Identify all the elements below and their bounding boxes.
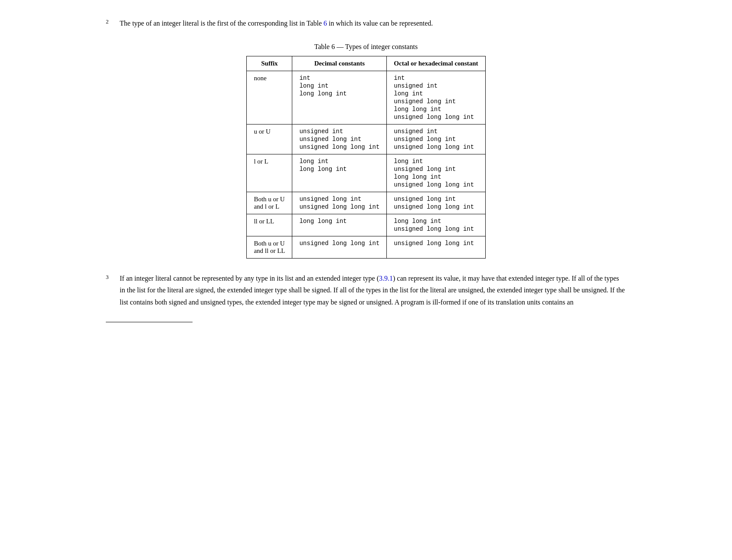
table-row: l or L long int long long int long int u… (247, 154, 485, 192)
footnote-3-text-before: If an integer literal cannot be represen… (120, 275, 379, 282)
table-caption: Table 6 — Types of integer constants (106, 43, 626, 51)
header-decimal: Decimal constants (292, 56, 387, 71)
footnote-3-text: If an integer literal cannot be represen… (120, 272, 626, 308)
decimal-none: int long int long long int (292, 71, 387, 124)
suffix-ll: ll or LL (247, 214, 292, 236)
octalhex-u: unsigned int unsigned long int unsigned … (387, 124, 485, 154)
suffix-ull: Both u or Uand ll or LL (247, 236, 292, 259)
octalhex-none: int unsigned int long int unsigned long … (387, 71, 485, 124)
table-6-link[interactable]: 6 (324, 20, 327, 27)
suffix-l: l or L (247, 154, 292, 192)
page-content: 2 The type of an integer literal is the … (106, 17, 626, 322)
table-row: ll or LL long long int long long int uns… (247, 214, 485, 236)
header-octal-hex: Octal or hexadecimal constant (387, 56, 485, 71)
table-header-row: Suffix Decimal constants Octal or hexade… (247, 56, 485, 71)
octalhex-l: long int unsigned long int long long int… (387, 154, 485, 192)
decimal-u: unsigned int unsigned long int unsigned … (292, 124, 387, 154)
footnote-2-text-before: The type of an integer literal is the fi… (120, 20, 324, 27)
octalhex-ul: unsigned long int unsigned long long int (387, 192, 485, 214)
footnote-2-number: 2 (106, 17, 113, 29)
header-suffix: Suffix (247, 56, 292, 71)
footnote-3-section: 3 If an integer literal cannot be repres… (106, 272, 626, 308)
table-row: Both u or Uand l or L unsigned long int … (247, 192, 485, 214)
decimal-ul: unsigned long int unsigned long long int (292, 192, 387, 214)
table-row: Both u or Uand ll or LL unsigned long lo… (247, 236, 485, 259)
footnote-2-text-after: in which its value can be represented. (327, 20, 433, 27)
octalhex-ull: unsigned long long int (387, 236, 485, 259)
decimal-ull: unsigned long long int (292, 236, 387, 259)
footnote-3-number: 3 (106, 272, 113, 308)
integer-types-table: Suffix Decimal constants Octal or hexade… (246, 56, 485, 259)
decimal-ll: long long int (292, 214, 387, 236)
table-wrapper: Suffix Decimal constants Octal or hexade… (106, 56, 626, 259)
table-row: none int long int long long int int unsi… (247, 71, 485, 124)
decimal-l: long int long long int (292, 154, 387, 192)
octalhex-ll: long long int unsigned long long int (387, 214, 485, 236)
footnote-separator (106, 322, 193, 322)
suffix-ul: Both u or Uand l or L (247, 192, 292, 214)
suffix-none: none (247, 71, 292, 124)
section-391-link[interactable]: 3.9.1 (379, 275, 393, 282)
suffix-u: u or U (247, 124, 292, 154)
footnote-2-paragraph: 2 The type of an integer literal is the … (106, 17, 626, 29)
footnote-3-paragraph: 3 If an integer literal cannot be repres… (106, 272, 626, 308)
footnote-2-text: The type of an integer literal is the fi… (120, 17, 433, 29)
table-row: u or U unsigned int unsigned long int un… (247, 124, 485, 154)
